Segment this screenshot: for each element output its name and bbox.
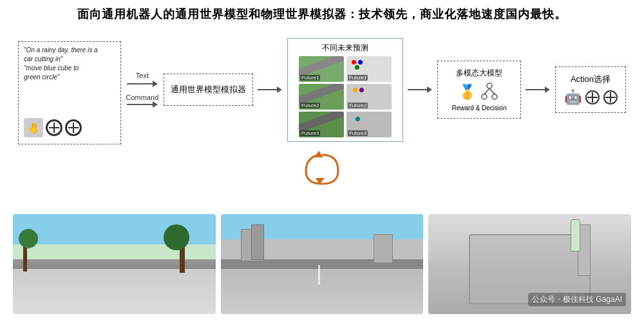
action-box: Action选择 🤖 xyxy=(555,66,626,113)
svg-point-2 xyxy=(492,94,497,99)
svg-line-3 xyxy=(484,88,489,94)
robot-icons-row: 🤖 xyxy=(564,89,618,106)
decision-tree-icon xyxy=(480,83,499,102)
multimodal-title: 多模态大模型 xyxy=(456,68,502,79)
reward-icons: 🥇 xyxy=(459,83,499,102)
multimodal-box: 多模态大模型 🥇 Reward & Decision xyxy=(437,61,521,119)
action-title: Action选择 xyxy=(571,74,611,85)
wheel-icon-2 xyxy=(65,119,82,136)
bottom-scene-3: 公众号・极佳科技 GagaAI xyxy=(428,214,631,314)
future-cube-2: Future2 xyxy=(346,84,392,110)
to-future-arrow xyxy=(258,86,282,93)
text-label: Text xyxy=(136,72,149,79)
command-icons-row: 🤚 xyxy=(24,118,82,137)
command-label: Command xyxy=(126,94,159,101)
future-box: 不同未来预测 Future1 Future2 Future3 xyxy=(287,38,403,142)
action-wheel-1 xyxy=(585,90,600,104)
hand-icon: 🤚 xyxy=(24,118,43,137)
future-cube-1: Future1 xyxy=(346,56,392,82)
command-arrow xyxy=(127,101,158,108)
recycle-arrows-svg xyxy=(296,148,348,187)
recycle-arrow xyxy=(296,148,348,187)
future-cube-3: Future3 xyxy=(346,112,392,137)
to-action-arrow xyxy=(526,86,550,93)
svg-marker-5 xyxy=(314,151,323,157)
future-road-1: Future1 xyxy=(299,56,344,82)
bottom-scene-1 xyxy=(13,214,216,314)
watermark: 公众号・极佳科技 GagaAI xyxy=(528,293,626,306)
text-arrow xyxy=(127,81,158,87)
wheel-icon-1 xyxy=(46,119,62,136)
svg-line-4 xyxy=(489,88,495,94)
quote-text-1: "On a rainy day, there is a car cutting … xyxy=(24,46,115,82)
page-title: 面向通用机器人的通用世界模型和物理世界模拟器：技术领先，商业化落地速度国内最快。 xyxy=(13,6,631,22)
text-arrow-group: Text Command xyxy=(126,72,159,108)
input-block: "On a rainy day, there is a car cutting … xyxy=(18,35,121,144)
future-box-title: 不同未来预测 xyxy=(322,43,368,54)
bottom-scene-2 xyxy=(221,214,424,314)
bottom-images-row: 公众号・极佳科技 GagaAI xyxy=(13,214,631,314)
future-images: Future1 Future2 Future3 xyxy=(299,56,392,137)
svg-point-0 xyxy=(487,83,492,88)
main-container: 面向通用机器人的通用世界模型和物理世界模拟器：技术领先，商业化落地速度国内最快。… xyxy=(0,0,644,336)
future-road-2: Future2 xyxy=(299,84,344,110)
reward-label: Reward & Decision xyxy=(451,104,506,112)
diagram-inner: "On a rainy day, there is a car cutting … xyxy=(13,35,631,144)
robot-icon: 🤖 xyxy=(564,89,582,106)
input-text-block: "On a rainy day, there is a car cutting … xyxy=(18,41,121,144)
svg-point-1 xyxy=(482,94,487,99)
to-multimodal-arrow xyxy=(408,86,432,93)
future-road-3: Future3 xyxy=(299,112,344,137)
action-wheel-2 xyxy=(603,90,618,104)
world-model-box: 通用世界模型模拟器 xyxy=(164,74,253,106)
future-col-cube: Future1 Future2 Future3 xyxy=(346,56,392,137)
future-col-road: Future1 Future2 Future3 xyxy=(299,56,344,137)
diagram-area: "On a rainy day, there is a car cutting … xyxy=(13,28,631,209)
medal-icon: 🥇 xyxy=(459,84,476,101)
